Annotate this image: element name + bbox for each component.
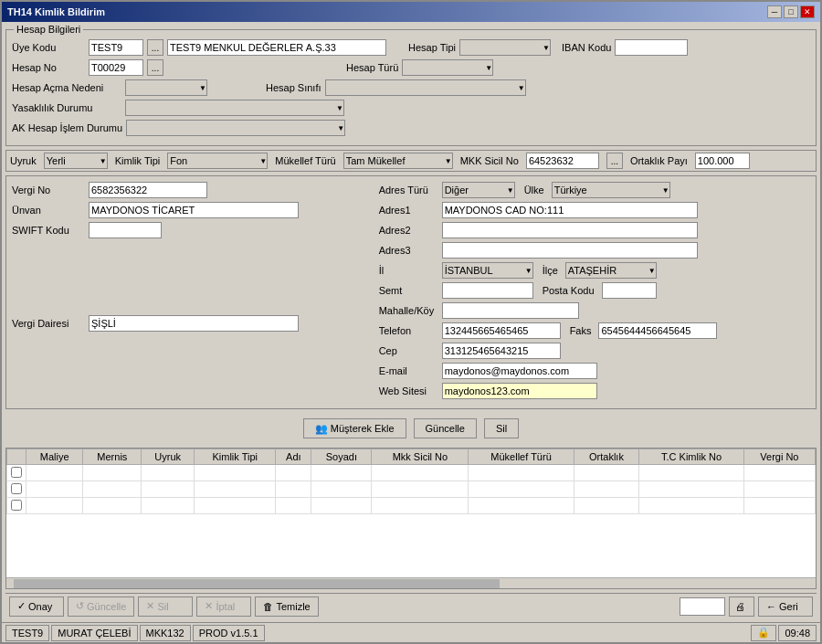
cell-mukellef-turu — [469, 481, 574, 498]
web-label: Web Sitesi — [379, 385, 438, 396]
hesap-acma-row: Hesap Açma Nedeni ▼ Hesap Sınıfı ▼ — [12, 79, 810, 96]
table-scroll[interactable]: Maliye Mernis Uyruk Kimlik Tipi Adı Soya… — [6, 449, 816, 577]
muşterek-ekle-button[interactable]: 👥 Müşterek Ekle — [303, 418, 406, 438]
check-icon: ✓ — [17, 600, 26, 612]
hesap-tipi-select-wrapper: ▼ — [459, 39, 551, 56]
iptal-button[interactable]: ✕ İptal — [196, 596, 251, 617]
il-select[interactable]: İSTANBUL — [442, 262, 533, 279]
uye-kodu-input[interactable] — [89, 39, 143, 56]
cep-label: Cep — [379, 345, 438, 356]
status-item-4: PROD v1.5.1 — [193, 625, 265, 641]
minimize-button[interactable]: ─ — [767, 5, 782, 18]
table-row — [7, 498, 816, 514]
lock-icon: 🔒 — [751, 625, 776, 641]
ortaklik-payi-input[interactable] — [695, 153, 750, 169]
toolbar-guncelle-button[interactable]: ↺ Güncelle — [68, 596, 134, 617]
right-form: Adres Türü Diğer ▼ Ülke Türkiye ▼ — [379, 182, 810, 403]
cep-row: Cep — [379, 343, 810, 359]
ak-hesap-row: AK Hesap İşlem Durumu ▼ — [12, 120, 810, 136]
iban-kodu-input[interactable] — [615, 39, 688, 56]
mukellef-turu-select[interactable]: Tam Mükellef — [343, 153, 453, 169]
hesap-no-dots-button[interactable]: ... — [147, 59, 163, 76]
cell-ortaklik — [574, 465, 639, 481]
uye-kodu-name-input[interactable] — [167, 39, 386, 56]
left-form: Vergi No Ünvan SWIFT Kodu Vergi Dairesi — [12, 182, 372, 403]
col-vergi-no: Vergi No — [743, 449, 815, 465]
toolbar-sil-button[interactable]: ✕ Sil — [138, 596, 193, 617]
vergi-no-label: Vergi No — [12, 185, 85, 195]
ulke-label: Ülke — [524, 185, 544, 195]
scrollbar-thumb[interactable] — [14, 579, 500, 588]
geri-button[interactable]: ← Geri — [758, 596, 813, 617]
telefon-label: Telefon — [379, 325, 438, 336]
il-label: İl — [379, 265, 438, 276]
cep-input[interactable] — [442, 343, 561, 359]
ilce-select[interactable]: ATAŞEHİR — [565, 262, 657, 279]
adres1-row: Adres1 — [379, 202, 810, 218]
vergi-no-input[interactable] — [89, 182, 207, 198]
semt-input[interactable] — [442, 282, 533, 299]
il-row: İl İSTANBUL ▼ İlçe ATAŞEHİR ▼ — [379, 262, 810, 279]
uye-kodu-dots-button[interactable]: ... — [147, 39, 163, 56]
telefon-input[interactable] — [442, 322, 561, 339]
close-button[interactable]: ✕ — [800, 5, 815, 18]
vergi-no-row: Vergi No — [12, 182, 372, 198]
adres2-input[interactable] — [442, 222, 698, 238]
cell-check[interactable] — [7, 465, 26, 481]
cell-mernis — [83, 481, 142, 498]
cell-check[interactable] — [7, 498, 26, 514]
ilce-select-wrapper: ATAŞEHİR ▼ — [565, 262, 657, 279]
hesap-no-row: Hesap No ... Hesap Türü ▼ — [12, 59, 810, 76]
col-mukellef-turu: Mükellef Türü — [469, 449, 574, 465]
refresh-icon: ↺ — [76, 600, 84, 612]
ulke-select[interactable]: Türkiye — [552, 182, 670, 198]
ak-hesap-select[interactable] — [126, 120, 345, 136]
uyruk-select[interactable]: Yerli — [44, 153, 108, 169]
hesap-acma-select[interactable] — [125, 79, 207, 96]
mahalle-label: Mahalle/Köy — [379, 305, 438, 316]
horizontal-scrollbar[interactable] — [6, 577, 816, 588]
temizle-button[interactable]: 🗑 Temizle — [255, 596, 318, 617]
ak-hesap-label: AK Hesap İşlem Durumu — [12, 122, 122, 133]
guncelle-button[interactable]: Güncelle — [414, 418, 477, 438]
form-panel: Vergi No Ünvan SWIFT Kodu Vergi Dairesi — [5, 175, 817, 409]
mkk-sicil-dots-button[interactable]: ... — [606, 153, 623, 169]
swift-input[interactable] — [89, 222, 162, 238]
yasaklilik-row: Yasaklılık Durumu ▼ — [12, 100, 810, 116]
muşterek-ekle-label: Müşterek Ekle — [331, 423, 395, 434]
geri-label: Geri — [779, 601, 798, 612]
main-window: TH14 Kimlik Bildirim ─ □ ✕ Hesap Bilgile… — [0, 0, 822, 644]
adres1-input[interactable] — [442, 202, 698, 218]
il-select-wrapper: İSTANBUL ▼ — [442, 262, 533, 279]
onay-button[interactable]: ✓ Onay — [9, 596, 64, 617]
toolbar-extra-input[interactable] — [680, 597, 725, 616]
print-button[interactable]: 🖨 — [729, 596, 754, 617]
kimlik-tipi-select[interactable]: Fon — [167, 153, 268, 169]
hesap-sinifi-select[interactable] — [325, 79, 526, 96]
data-table: Maliye Mernis Uyruk Kimlik Tipi Adı Soya… — [6, 449, 816, 514]
yasaklilik-select[interactable] — [125, 100, 344, 116]
maximize-button[interactable]: □ — [784, 5, 798, 18]
adres-turu-row: Adres Türü Diğer ▼ Ülke Türkiye ▼ — [379, 182, 810, 198]
cell-mernis — [83, 465, 142, 481]
hesap-turu-select[interactable] — [402, 59, 493, 76]
cell-check[interactable] — [7, 481, 26, 498]
web-input[interactable] — [442, 383, 597, 399]
mkk-sicil-input[interactable] — [526, 153, 599, 169]
title-bar: TH14 Kimlik Bildirim ─ □ ✕ — [2, 2, 820, 22]
adres-turu-select[interactable]: Diğer — [442, 182, 515, 198]
hesap-no-input[interactable] — [89, 59, 143, 76]
faks-input[interactable] — [598, 322, 717, 339]
ak-hesap-select-wrapper: ▼ — [126, 120, 345, 136]
unvan-input[interactable] — [89, 202, 299, 218]
adres3-input[interactable] — [442, 242, 698, 259]
cell-maliye — [26, 481, 83, 498]
adres-turu-select-wrapper: Diğer ▼ — [442, 182, 515, 198]
hesap-tipi-select[interactable] — [459, 39, 551, 56]
cell-ortaklik — [574, 498, 639, 514]
sil-button[interactable]: Sil — [484, 418, 519, 438]
mahalle-input[interactable] — [442, 302, 579, 319]
vergi-dairesi-input[interactable] — [89, 315, 299, 332]
email-input[interactable] — [442, 363, 597, 379]
posta-kodu-input[interactable] — [602, 282, 657, 299]
